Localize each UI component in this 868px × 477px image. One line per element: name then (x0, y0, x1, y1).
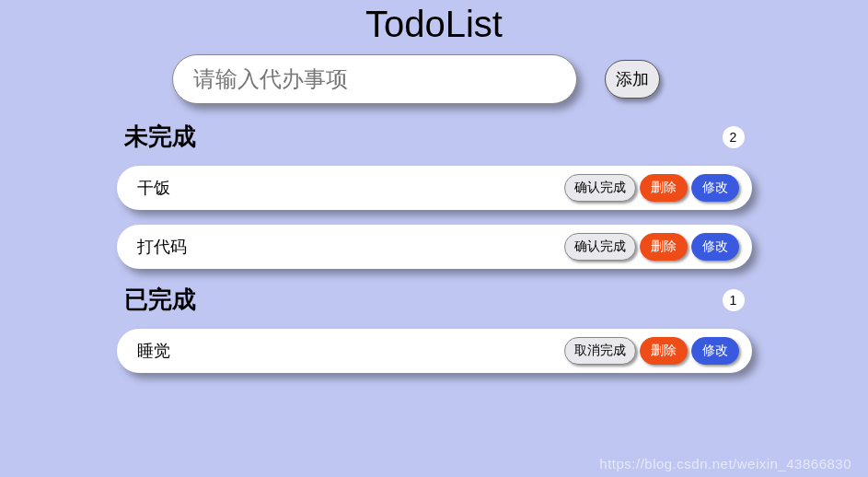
confirm-done-button[interactable]: 确认完成 (564, 174, 636, 202)
input-row: 添加 (117, 54, 752, 104)
page-title: TodoList (117, 0, 752, 54)
button-group: 取消完成 删除 修改 (564, 337, 739, 365)
list-item: 打代码 确认完成 删除 修改 (117, 225, 752, 269)
complete-title: 已完成 (124, 284, 196, 316)
complete-header: 已完成 1 (117, 284, 752, 316)
watermark: https://blog.csdn.net/weixin_43866830 (599, 456, 851, 471)
incomplete-title: 未完成 (124, 121, 196, 153)
button-group: 确认完成 删除 修改 (564, 174, 739, 202)
complete-count: 1 (723, 289, 745, 311)
button-group: 确认完成 删除 修改 (564, 233, 739, 261)
confirm-done-button[interactable]: 确认完成 (564, 233, 636, 261)
item-text: 打代码 (137, 236, 187, 258)
edit-button[interactable]: 修改 (691, 174, 739, 202)
item-text: 干饭 (137, 177, 170, 199)
list-item: 睡觉 取消完成 删除 修改 (117, 329, 752, 373)
edit-button[interactable]: 修改 (691, 337, 739, 365)
delete-button[interactable]: 删除 (640, 233, 688, 261)
delete-button[interactable]: 删除 (640, 174, 688, 202)
undo-done-button[interactable]: 取消完成 (564, 337, 636, 365)
delete-button[interactable]: 删除 (640, 337, 688, 365)
incomplete-header: 未完成 2 (117, 121, 752, 153)
todo-input[interactable] (172, 54, 577, 104)
item-text: 睡觉 (137, 340, 170, 362)
add-button[interactable]: 添加 (605, 60, 660, 99)
list-item: 干饭 确认完成 删除 修改 (117, 166, 752, 210)
edit-button[interactable]: 修改 (691, 233, 739, 261)
incomplete-count: 2 (723, 126, 745, 148)
